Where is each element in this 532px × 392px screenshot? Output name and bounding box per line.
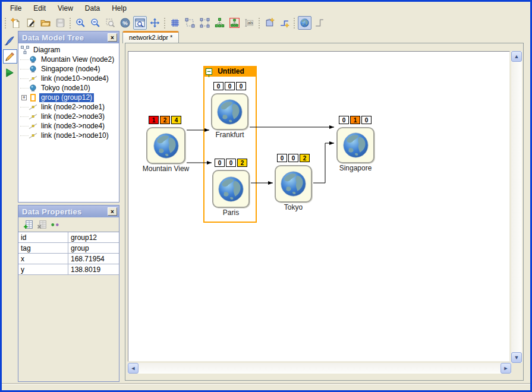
node-tokyo[interactable] [275,165,312,203]
property-value[interactable]: group [68,243,119,253]
tab-network2[interactable]: network2.idpr * [122,31,179,43]
toggle-dots-icon[interactable] [49,219,62,230]
link-draw-icon[interactable] [313,16,326,30]
zoom-out-icon[interactable] [89,16,102,30]
scroll-left-icon[interactable]: ◄ [128,363,138,374]
select-graphic-icon[interactable] [183,16,197,30]
run-tool-icon[interactable] [3,65,17,80]
properties-table: idgroup12taggroupx168.71954y138.8019 [18,232,119,275]
scroll-up-icon[interactable]: ▲ [511,51,522,62]
property-row-y[interactable]: y138.8019 [18,264,119,275]
overview-icon[interactable] [133,16,147,30]
node-label-tokyo: Tokyo [284,203,303,211]
property-row-id[interactable]: idgroup12 [18,232,119,243]
layout-tree-icon[interactable] [213,16,226,30]
group-icon [28,94,37,102]
tree-item-label: link (node10->node4) [39,74,111,83]
badges-paris: 002 [215,159,248,167]
toolbar-grip[interactable] [69,17,71,29]
tree-item-singapore-node4[interactable]: Singapore (node4) [20,64,119,74]
menu-item-help[interactable]: Help [106,2,133,14]
property-row-x[interactable]: x168.71954 [18,254,119,264]
tree-item-label: link (node3->node4) [39,122,106,131]
open-folder-icon[interactable] [39,16,52,30]
menu-item-edit[interactable]: Edit [27,2,52,14]
left-panels: Data Model Tree × DiagramMountain View (… [18,31,119,382]
props-panel-titlebar[interactable]: Data Properties × [18,206,119,217]
scroll-right-icon[interactable]: ► [500,363,511,374]
tree-item-link-node10-node4[interactable]: link (node10->node4) [20,74,119,83]
zoom-area-icon[interactable] [103,16,117,30]
tree-item-label: group (group12) [39,93,94,102]
group-header[interactable]: − Untitled [203,66,257,77]
pencil-tool-icon[interactable] [3,49,17,64]
pan-icon[interactable] [148,16,162,30]
menu-item-file[interactable]: File [4,2,27,14]
diagram-icon [20,46,30,54]
node-paris[interactable] [212,170,250,208]
node-singapore[interactable] [336,127,374,163]
node-frankfurt[interactable] [211,93,248,130]
tree-item-tokyo-node10[interactable]: Tokyo (node10) [20,83,119,93]
badge: 0 [226,159,236,167]
new-document-icon[interactable] [9,16,23,30]
link-style-icon[interactable] [278,16,291,30]
save-icon[interactable] [53,16,67,30]
status-bar [2,383,530,390]
zoom-percent-icon[interactable]: % [118,16,132,30]
badge: 0 [236,82,246,90]
globe-icon [216,175,245,204]
property-value[interactable]: 168.71954 [68,254,119,264]
scroll-down-icon[interactable]: ▼ [511,352,522,363]
document-tabs: network2.idpr * [122,31,179,43]
stylus-tool-icon[interactable] [3,33,17,48]
tree-panel-title: Data Model Tree [22,33,84,42]
property-key: x [18,254,68,264]
group-title: Untitled [212,67,250,75]
tree-item-mountain-view-node2[interactable]: Mountain View (node2) [20,55,119,64]
new-sheet-icon[interactable] [263,16,276,30]
link-icon [28,132,37,139]
remove-property-icon[interactable] [36,219,48,230]
toolbar-grip[interactable] [163,17,166,29]
globe-icon [152,131,181,160]
node-tool-icon[interactable] [298,16,311,30]
tree-item-link-node1-node10[interactable]: link (node1->node10) [20,131,119,140]
expand-icon[interactable]: + [21,95,27,100]
label-tool-icon[interactable]: ab [243,16,256,30]
horizontal-scrollbar[interactable]: ◄ ► [128,363,511,374]
tree-item-diagram[interactable]: Diagram [20,45,119,55]
resize-graphic-icon[interactable] [198,16,212,30]
diagram-canvas[interactable]: − Untitled 124Mountain View000Frankfurt0… [128,51,510,362]
edit-wizard-icon[interactable] [24,16,37,30]
diagram-links [128,52,510,362]
node-icon [28,65,37,73]
node-mountain-view[interactable] [146,127,185,164]
toolbar-grip[interactable] [4,17,7,29]
toolbar-grip[interactable] [293,17,295,29]
tree-item-link-node2-node1[interactable]: link (node2->node1) [20,102,119,112]
node-label-frankfurt: Frankfurt [215,131,244,139]
tree-panel-titlebar[interactable]: Data Model Tree × [18,31,119,43]
props-panel-close-icon[interactable]: × [108,207,117,216]
link-tokyo-to-singapore[interactable] [313,143,334,183]
property-row-tag[interactable]: taggroup [18,243,119,254]
tree-panel-close-icon[interactable]: × [108,33,117,42]
add-property-icon[interactable] [22,219,34,230]
grid-icon[interactable] [168,16,182,30]
vertical-scrollbar[interactable]: ▲ ▼ [511,51,522,363]
toolbar-grip[interactable] [258,17,260,29]
link-icon [28,104,37,110]
menu-item-data[interactable]: Data [79,2,106,14]
tree-item-link-node3-node4[interactable]: link (node3->node4) [20,121,119,131]
collapse-icon[interactable]: − [206,68,212,75]
tree-item-link-node2-node3[interactable]: link (node2->node3) [20,112,119,121]
property-value[interactable]: 138.8019 [68,264,119,274]
property-value[interactable]: group12 [68,232,119,242]
zoom-in-icon[interactable] [74,16,87,30]
link-icon [28,113,37,120]
tree-item-group-group12[interactable]: +group (group12) [20,93,119,102]
badges-singapore: 010 [339,116,373,124]
layout-tree-current-icon[interactable] [228,16,241,30]
menu-item-view[interactable]: View [52,2,79,14]
